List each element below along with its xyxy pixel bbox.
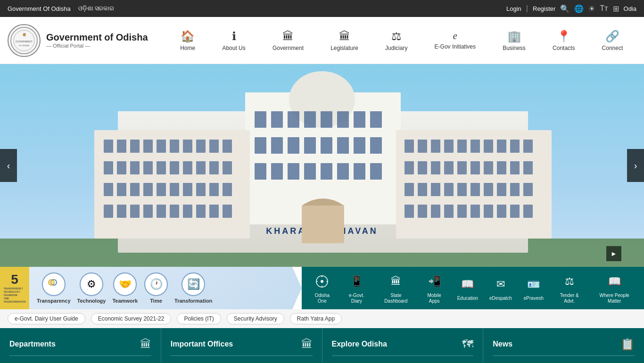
teamwork-label: Teamwork [112, 298, 138, 304]
top-bar-right: Login | Register 🔍 🌐 ☀ Tт ⊞ Odia [506, 4, 636, 13]
svg-rect-54 [196, 161, 206, 174]
svg-rect-106 [523, 183, 533, 196]
svg-rect-108 [418, 205, 427, 218]
quick-link-education[interactable]: 📖 Education [451, 273, 484, 303]
value-technology[interactable]: ⚙ Technology [77, 272, 106, 304]
svg-rect-26 [337, 137, 349, 154]
svg-rect-20 [370, 111, 382, 128]
svg-rect-62 [170, 183, 179, 196]
tag-economic-survey[interactable]: Economic Survey 2021-22 [91, 313, 172, 324]
nav-judiciary[interactable]: ⚖ Judiciary [380, 26, 412, 55]
svg-rect-37 [104, 140, 113, 153]
emblem-svg: 🦁 GOVERNMENT OF ODISHA [10, 26, 38, 55]
svg-rect-53 [183, 161, 192, 174]
news-section: News 📋 ସଦ୍ୟତମ ସ୍ୱଳ Admission Notificatio… [483, 328, 644, 363]
tag-rath-yatra[interactable]: Rath Yatra App [290, 313, 342, 324]
svg-rect-21 [255, 137, 266, 154]
svg-rect-38 [117, 140, 126, 153]
offices-header: Important Offices 🏛 [171, 338, 313, 356]
quick-link-odisha-one[interactable]: Odisha One [305, 270, 339, 306]
svg-rect-41 [157, 140, 166, 153]
value-time[interactable]: 🕐 Time [144, 272, 168, 304]
tag-security-advisory[interactable]: Security Advisory [227, 313, 284, 324]
svg-rect-113 [484, 205, 493, 218]
svg-rect-112 [471, 205, 480, 218]
svg-rect-115 [510, 205, 520, 218]
svg-rect-19 [354, 111, 365, 128]
nav-business[interactable]: 🏢 Business [498, 26, 530, 55]
quick-link-epravesh[interactable]: 🪪 ePravesh [517, 273, 550, 303]
carousel-next-button[interactable]: › [627, 149, 644, 182]
nav-connect[interactable]: 🔗 Connect [597, 26, 628, 55]
tag-links-bar: e-Govt. Dairy User Guide Economic Survey… [0, 309, 644, 328]
svg-rect-55 [209, 161, 219, 174]
nav-about-label: About Us [222, 45, 245, 51]
odia-text: ଓଡ଼ିଶା ସରକାର [78, 5, 115, 12]
svg-rect-14 [271, 111, 283, 128]
quick-link-tender[interactable]: ⚖ Tender & Advt. [550, 270, 589, 306]
departments-title: Departments [9, 340, 56, 348]
news-icon: 📋 [620, 338, 635, 351]
svg-rect-18 [337, 111, 349, 128]
carousel-play-button[interactable]: ► [606, 246, 621, 261]
nav-home[interactable]: 🏠 Home [175, 26, 200, 55]
language-button[interactable]: Odia [624, 5, 636, 12]
svg-rect-87 [405, 161, 414, 174]
svg-rect-16 [304, 111, 316, 128]
value-teamwork[interactable]: 🤝 Teamwork [112, 272, 138, 304]
svg-rect-111 [457, 205, 467, 218]
login-link[interactable]: Login [506, 5, 521, 12]
nav-legislature-label: Legislature [330, 45, 358, 51]
time-icon: 🕐 [144, 272, 168, 296]
search-icon[interactable]: 🔍 [560, 4, 570, 13]
accessibility-icon[interactable]: ☀ [588, 4, 595, 13]
values-number: 5 [11, 273, 18, 286]
quick-link-edespatch[interactable]: ✉ eDespatch [484, 273, 517, 303]
mobile-apps-icon: 📲 [425, 272, 444, 291]
svg-rect-76 [223, 205, 232, 218]
svg-rect-40 [143, 140, 153, 153]
svg-rect-48 [117, 161, 126, 174]
nav-business-label: Business [503, 45, 526, 51]
register-link[interactable]: Register [533, 5, 555, 12]
egovt-diary-icon: 📱 [347, 272, 366, 291]
quick-link-state-dashboard[interactable]: 🏛 State Dashboard [374, 270, 417, 306]
svg-rect-86 [523, 140, 533, 153]
quick-link-where-people-matter[interactable]: 📖 Where People Matter [589, 270, 640, 306]
translate-icon[interactable]: 🌐 [574, 4, 584, 13]
svg-rect-75 [209, 205, 219, 218]
tag-policies-it[interactable]: Policies (IT) [177, 313, 221, 324]
value-transformation[interactable]: 🔄 Transformation [174, 272, 212, 304]
value-transparency[interactable]: Transparency [37, 272, 71, 304]
svg-rect-44 [196, 140, 206, 153]
departments-section: Departments 🏛 Agriculture & Farmers' Emp… [0, 328, 161, 363]
svg-rect-33 [321, 163, 332, 180]
nav-egov[interactable]: e E-Gov Initiatives [430, 27, 480, 54]
svg-rect-29 [255, 163, 266, 180]
egov-icon: e [453, 31, 457, 41]
transformation-icon: 🔄 [182, 272, 205, 296]
svg-rect-70 [143, 205, 153, 218]
nav-legislature[interactable]: 🏛 Legislature [326, 26, 363, 55]
tag-egovt-dairy[interactable]: e-Govt. Dairy User Guide [8, 313, 85, 324]
svg-rect-17 [321, 111, 332, 128]
sitemap-icon[interactable]: ⊞ [613, 4, 619, 13]
transformation-label: Transformation [174, 298, 212, 304]
state-dashboard-label: State Dashboard [379, 293, 413, 304]
svg-rect-60 [143, 183, 153, 196]
nav-government[interactable]: 🏛 Government [268, 26, 308, 55]
hero-carousel: KHARAVEL BHAVAN ‹ › ► [0, 64, 644, 267]
svg-rect-98 [418, 183, 427, 196]
content-sections: Departments 🏛 Agriculture & Farmers' Emp… [0, 328, 644, 363]
nav-about[interactable]: ℹ About Us [217, 26, 250, 55]
carousel-prev-button[interactable]: ‹ [0, 149, 17, 182]
time-label: Time [150, 298, 162, 304]
nav-contacts[interactable]: 📍 Contacts [548, 26, 579, 55]
font-size-icon[interactable]: Tт [600, 4, 608, 13]
svg-rect-100 [444, 183, 454, 196]
quick-link-mobile-apps[interactable]: 📲 Mobile Apps [417, 270, 451, 306]
svg-rect-49 [130, 161, 140, 174]
svg-rect-51 [157, 161, 166, 174]
quick-link-egovt-diary[interactable]: 📱 e-Govt. Diary [339, 270, 375, 306]
education-icon: 📖 [458, 275, 477, 294]
